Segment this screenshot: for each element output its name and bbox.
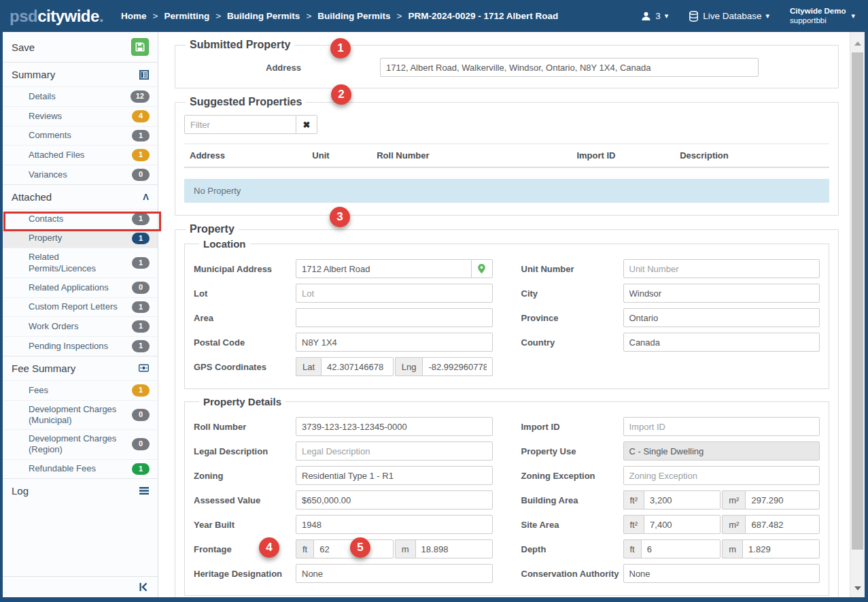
- import-id-label: Import ID: [521, 422, 623, 432]
- item-label: Pending Inspections: [29, 341, 112, 352]
- building-area-m-input[interactable]: [745, 490, 820, 509]
- column-header-roll-number[interactable]: Roll Number: [371, 144, 571, 168]
- item-label: Property: [29, 233, 66, 244]
- zoning-input[interactable]: [296, 466, 493, 485]
- municipal-address-input[interactable]: [296, 259, 472, 278]
- scroll-up-button[interactable]: [850, 37, 865, 50]
- sidebar-item-details[interactable]: Details 12: [3, 86, 158, 106]
- column-header-unit[interactable]: Unit: [307, 144, 371, 168]
- column-header-address[interactable]: Address: [184, 144, 307, 168]
- sidebar-item-dev-charges-region[interactable]: Development Charges (Region) 0: [3, 429, 158, 459]
- property-use-label: Property Use: [521, 446, 623, 456]
- scroll-down-button[interactable]: [850, 582, 865, 595]
- item-label: Work Orders: [29, 321, 82, 332]
- database-dropdown[interactable]: Live Database ▾: [689, 11, 769, 22]
- logo-dot: .: [99, 7, 103, 25]
- vertical-scrollbar: [850, 32, 865, 597]
- assessed-value-input[interactable]: [296, 490, 493, 509]
- breadcrumb-building-permits[interactable]: Building Permits: [227, 11, 300, 21]
- sidebar-item-comments[interactable]: Comments 1: [3, 126, 158, 146]
- clear-filter-button[interactable]: ✖: [296, 115, 317, 134]
- save-button[interactable]: [131, 38, 149, 56]
- logo-prefix: psd: [10, 7, 37, 25]
- sidebar-section-log[interactable]: Log: [3, 478, 158, 503]
- sidebar-item-work-orders[interactable]: Work Orders 1: [3, 316, 158, 336]
- legal-description-input[interactable]: [296, 441, 493, 461]
- summary-list-icon: [139, 70, 149, 80]
- site-area-m-input[interactable]: [745, 515, 820, 534]
- assessed-value-label: Assessed Value: [194, 495, 296, 505]
- site-area-ft-input[interactable]: [644, 515, 721, 534]
- area-input[interactable]: [296, 308, 493, 327]
- postal-code-input[interactable]: [296, 333, 493, 352]
- user-icon: [641, 11, 651, 21]
- building-area-ft-input[interactable]: [644, 490, 721, 509]
- sidebar-collapse-button[interactable]: [3, 576, 158, 597]
- scrollbar-thumb[interactable]: [852, 52, 863, 550]
- province-input[interactable]: [623, 308, 820, 327]
- unit-number-input[interactable]: [623, 259, 820, 278]
- suggested-properties-panel: Suggested Properties ✖ Address Unit Roll…: [175, 96, 839, 216]
- account-dropdown[interactable]: Citywide Demo supportbbi ▾: [790, 7, 855, 24]
- conservation-authority-input[interactable]: [623, 564, 820, 583]
- sidebar-item-pending-inspections[interactable]: Pending Inspections 1: [3, 336, 158, 356]
- depth-ft-input[interactable]: [641, 539, 721, 558]
- log-label: Log: [12, 485, 29, 497]
- count-badge: 1: [132, 320, 150, 333]
- depth-m-input[interactable]: [742, 539, 820, 558]
- city-input[interactable]: [623, 284, 820, 303]
- map-pin-button[interactable]: [472, 259, 492, 278]
- column-header-description[interactable]: Description: [674, 144, 829, 168]
- breadcrumb-home[interactable]: Home: [121, 11, 147, 21]
- breadcrumb-building-permits-2[interactable]: Building Permits: [317, 11, 390, 21]
- breadcrumb-permitting[interactable]: Permitting: [164, 11, 209, 21]
- psd-citywide-logo[interactable]: psdcitywide.: [10, 7, 103, 26]
- users-dropdown[interactable]: 3 ▾: [641, 11, 668, 21]
- sidebar-item-related-permits[interactable]: Related Permits/Licences 1: [3, 248, 158, 278]
- import-id-input[interactable]: [623, 417, 820, 436]
- fee-summary-label: Fee Summary: [12, 363, 75, 374]
- sidebar-item-custom-report-letters[interactable]: Custom Report Letters 1: [3, 297, 158, 317]
- sidebar-item-contacts[interactable]: Contacts 1: [3, 209, 158, 229]
- heritage-designation-input[interactable]: [296, 564, 493, 583]
- ft2-addon: ft²: [623, 515, 644, 534]
- province-label: Province: [521, 313, 623, 323]
- sidebar-section-fee-summary[interactable]: Fee Summary: [3, 356, 158, 380]
- country-input[interactable]: [623, 333, 820, 352]
- year-built-input[interactable]: [296, 515, 493, 534]
- top-navbar: psdcitywide. Home > Permitting > Buildin…: [3, 0, 865, 32]
- property-use-input[interactable]: [623, 441, 820, 461]
- property-details-section: Property Details Roll Number Legal Descr…: [184, 396, 829, 596]
- sidebar-section-attached[interactable]: Attached Λ: [3, 184, 158, 209]
- gps-coordinates-label: GPS Coordinates: [194, 362, 296, 372]
- sidebar-item-reviews[interactable]: Reviews 4: [3, 106, 158, 126]
- column-header-import-id[interactable]: Import ID: [571, 144, 674, 168]
- sidebar-item-refundable-fees[interactable]: Refundable Fees 1: [3, 459, 158, 479]
- item-label: Contacts: [29, 214, 67, 224]
- cash-icon: [139, 364, 149, 372]
- count-badge: 1: [132, 340, 150, 352]
- lot-input[interactable]: [296, 284, 493, 303]
- account-name: Citywide Demo: [790, 7, 846, 16]
- zoning-exception-input[interactable]: [623, 466, 820, 485]
- sidebar-item-property[interactable]: Property 1: [3, 229, 158, 248]
- sidebar-item-variances[interactable]: Variances 0: [3, 165, 158, 184]
- m-addon: m: [395, 539, 415, 558]
- sidebar-item-related-applications[interactable]: Related Applications 0: [3, 278, 158, 297]
- m-addon: m: [722, 539, 742, 558]
- sidebar-item-fees[interactable]: Fees 1: [3, 380, 158, 400]
- longitude-input[interactable]: [422, 357, 492, 376]
- filter-input[interactable]: [184, 115, 296, 134]
- count-badge: 1: [132, 463, 150, 475]
- zoning-exception-label: Zoning Exception: [521, 471, 623, 481]
- roll-number-input[interactable]: [296, 417, 493, 436]
- submitted-address-input[interactable]: [380, 58, 759, 77]
- item-label: Details: [29, 91, 60, 102]
- sidebar-section-summary[interactable]: Summary: [3, 62, 158, 86]
- breadcrumb-separator: >: [215, 11, 221, 21]
- item-label: Custom Report Letters: [29, 301, 122, 312]
- sidebar-item-dev-charges-municipal[interactable]: Development Charges (Municipal) 0: [3, 400, 158, 430]
- latitude-input[interactable]: [321, 357, 394, 376]
- sidebar-item-attached-files[interactable]: Attached Files 1: [3, 145, 158, 165]
- frontage-m-input[interactable]: [415, 539, 493, 558]
